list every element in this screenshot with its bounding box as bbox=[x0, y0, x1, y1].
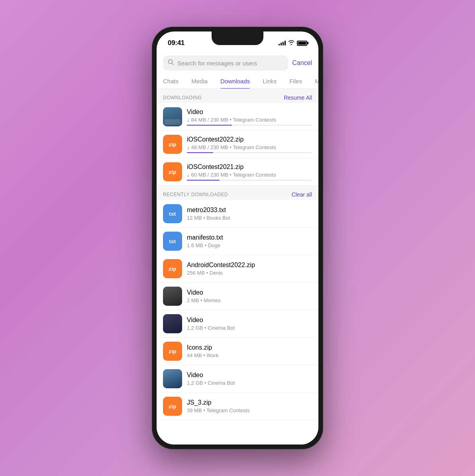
recently-downloaded-title: RECENTLY DOWNLOADED bbox=[163, 192, 228, 197]
progress-bar bbox=[187, 125, 312, 126]
svg-line-1 bbox=[172, 63, 174, 65]
item-name: JS_3.zip bbox=[187, 399, 312, 406]
item-name: Video bbox=[187, 289, 312, 296]
list-item[interactable]: zip Icons.zip 44 MB • Work bbox=[157, 338, 318, 365]
item-name: AndroidContest2022.zip bbox=[187, 262, 312, 269]
item-text: iOSContest2021.zip ↓ 60 MB / 230 MB • Te… bbox=[187, 163, 312, 181]
wifi-icon bbox=[288, 40, 294, 46]
item-icon-zip-orange: zip bbox=[163, 259, 182, 278]
content-area: DOWNLOADING Resume All Video ↓ 84 MB / 2… bbox=[157, 89, 318, 445]
item-name: iOSContest2022.zip bbox=[187, 136, 312, 143]
item-meta: ↓ 60 MB / 230 MB • Telegram Contests bbox=[187, 172, 312, 178]
progress-bar bbox=[187, 152, 312, 153]
item-icon-zip-orange: zip bbox=[163, 342, 182, 361]
item-text: Video 1,2 GB • Cinema Bot bbox=[187, 372, 312, 386]
item-meta: 44 MB • Work bbox=[187, 352, 312, 358]
phone-frame: 09:41 bbox=[152, 27, 323, 449]
list-item[interactable]: zip AndroidContest2022.zip 256 MB • Deni… bbox=[157, 255, 318, 283]
list-item[interactable]: txt metro2033.txt 12 MB • Books Bot bbox=[157, 200, 318, 228]
list-item[interactable]: zip JS_3.zip 39 MB • Telegram Contests bbox=[157, 393, 318, 420]
download-arrow-icon: ↓ bbox=[187, 144, 190, 150]
clear-all-button[interactable]: Clear all bbox=[292, 191, 312, 198]
item-name: metro2033.txt bbox=[187, 207, 312, 214]
resume-all-button[interactable]: Resume All bbox=[284, 94, 312, 101]
item-text: iOSContest2022.zip ↓ 48 MB / 230 MB • Te… bbox=[187, 136, 312, 153]
status-time: 09:41 bbox=[168, 39, 185, 47]
search-icon bbox=[168, 59, 174, 67]
item-meta: 1,2 GB • Cinema Bot bbox=[187, 380, 312, 386]
notch bbox=[212, 31, 263, 45]
download-arrow-icon: ↓ bbox=[187, 117, 190, 123]
search-placeholder: Search for messages or users bbox=[177, 60, 283, 67]
list-item[interactable]: Video ↓ 84 MB / 230 MB • Telegram Contes… bbox=[157, 103, 318, 131]
tabs-container: Chats Media Downloads Links Files Music bbox=[157, 71, 318, 89]
list-item[interactable]: zip iOSContest2022.zip ↓ 48 MB / 230 MB … bbox=[157, 131, 318, 158]
item-name: Icons.zip bbox=[187, 344, 312, 351]
recently-downloaded-section-header: RECENTLY DOWNLOADED Clear all bbox=[157, 186, 318, 200]
search-input-wrap[interactable]: Search for messages or users bbox=[163, 55, 288, 71]
item-text: AndroidContest2022.zip 256 MB • Denis bbox=[187, 262, 312, 276]
phone-screen: 09:41 bbox=[157, 31, 318, 445]
progress-bar bbox=[187, 180, 312, 181]
item-name: Video bbox=[187, 372, 312, 379]
item-name: iOSContest2021.zip bbox=[187, 163, 312, 171]
status-icons bbox=[279, 40, 307, 46]
tab-files[interactable]: Files bbox=[283, 75, 308, 89]
item-text: Icons.zip 44 MB • Work bbox=[187, 344, 312, 358]
item-icon-txt-blue: txt bbox=[163, 232, 182, 251]
item-name: Video bbox=[187, 317, 312, 324]
item-icon-video4 bbox=[163, 369, 182, 388]
list-item[interactable]: Video 1,2 GB • Cinema Bot bbox=[157, 365, 318, 393]
downloading-title: DOWNLOADING bbox=[163, 95, 202, 100]
signal-icon bbox=[279, 41, 286, 45]
list-item[interactable]: zip iOSContest2021.zip ↓ 60 MB / 230 MB … bbox=[157, 158, 318, 186]
item-text: Video ↓ 84 MB / 230 MB • Telegram Contes… bbox=[187, 108, 312, 126]
item-meta: 2 MB • Memes bbox=[187, 297, 312, 303]
item-meta: 256 MB • Denis bbox=[187, 270, 312, 276]
item-meta: 1,2 GB • Cinema Bot bbox=[187, 325, 312, 331]
item-icon-txt-blue: txt bbox=[163, 204, 182, 223]
item-icon-zip-orange: zip bbox=[163, 397, 182, 416]
tab-media[interactable]: Media bbox=[185, 75, 214, 89]
item-icon-video3 bbox=[163, 314, 182, 333]
item-meta: 39 MB • Telegram Contests bbox=[187, 407, 312, 413]
cancel-button[interactable]: Cancel bbox=[292, 59, 312, 67]
item-icon-video2 bbox=[163, 287, 182, 306]
item-meta: ↓ 48 MB / 230 MB • Telegram Contests bbox=[187, 144, 312, 150]
tab-links[interactable]: Links bbox=[256, 75, 283, 89]
item-icon-zip-orange: zip bbox=[163, 162, 182, 181]
item-text: manifesto.txt 1.6 MB • Doge bbox=[187, 234, 312, 248]
item-name: manifesto.txt bbox=[187, 234, 312, 241]
item-meta: 1.6 MB • Doge bbox=[187, 242, 312, 248]
item-text: Video 2 MB • Memes bbox=[187, 289, 312, 303]
item-icon-zip-orange: zip bbox=[163, 135, 182, 154]
item-name: Video bbox=[187, 108, 312, 116]
item-text: metro2033.txt 12 MB • Books Bot bbox=[187, 207, 312, 221]
item-text: Video 1,2 GB • Cinema Bot bbox=[187, 317, 312, 331]
battery-icon bbox=[297, 41, 307, 46]
tab-music[interactable]: Music bbox=[308, 75, 318, 89]
item-icon-video1 bbox=[163, 107, 182, 126]
item-meta: 12 MB • Books Bot bbox=[187, 215, 312, 221]
downloading-section-header: DOWNLOADING Resume All bbox=[157, 89, 318, 103]
item-meta: ↓ 84 MB / 230 MB • Telegram Contests bbox=[187, 117, 312, 123]
list-item[interactable]: Video 1,2 GB • Cinema Bot bbox=[157, 310, 318, 338]
item-text: JS_3.zip 39 MB • Telegram Contests bbox=[187, 399, 312, 413]
tab-chats[interactable]: Chats bbox=[157, 75, 185, 89]
download-arrow-icon: ↓ bbox=[187, 172, 190, 178]
tab-downloads[interactable]: Downloads bbox=[214, 75, 256, 89]
search-bar-container: Search for messages or users Cancel bbox=[157, 52, 318, 71]
list-item[interactable]: Video 2 MB • Memes bbox=[157, 283, 318, 310]
list-item[interactable]: txt manifesto.txt 1.6 MB • Doge bbox=[157, 228, 318, 255]
